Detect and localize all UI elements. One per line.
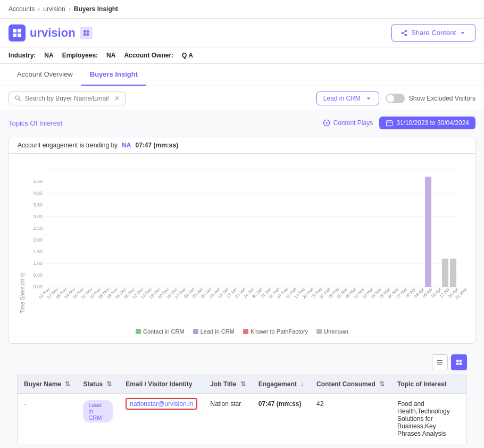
svg-text:0.50: 0.50 (33, 272, 43, 278)
search-input[interactable] (25, 95, 111, 102)
svg-marker-16 (326, 122, 328, 124)
svg-point-13 (15, 96, 19, 99)
trending-label: Account engagement is trending by (18, 142, 118, 149)
dropdown-label: Lead in CRM (323, 95, 361, 102)
date-range-button[interactable]: 31/10/2023 to 30/04/2024 (379, 117, 475, 129)
industry-label: Industry: (9, 52, 36, 59)
col-buyer-name: Buyer Name ⇅ (18, 375, 77, 394)
email-cell-wrapper: nationstar@urvision.in (119, 394, 204, 444)
tab-account-overview[interactable]: Account Overview (9, 64, 81, 86)
tab-buyers-insight[interactable]: Buyers Insight (81, 64, 146, 86)
excluded-visitors-toggle[interactable] (386, 94, 405, 103)
legend-lead-crm: Lead in CRM (193, 328, 235, 335)
toggle-knob (387, 95, 394, 102)
svg-line-11 (403, 31, 405, 33)
legend-label-unknown: Unknown (324, 328, 348, 335)
date-range-label: 31/10/2023 to 30/04/2024 (396, 119, 469, 127)
col-status: Status ⇅ (77, 375, 119, 394)
trending-na: NA (122, 142, 131, 149)
svg-rect-98 (460, 363, 462, 365)
grid-view-button[interactable] (451, 354, 467, 370)
calendar-icon (386, 119, 393, 127)
sort-status-icon[interactable]: ⇅ (106, 380, 112, 388)
svg-line-12 (403, 33, 405, 35)
trending-bar: Account engagement is trending by NA 07:… (9, 137, 475, 154)
tabs-bar: Account Overview Buyers Insight (0, 64, 484, 86)
chart-container: Time Spent (min) .grid-line { stroke: #e… (9, 154, 475, 344)
sort-buyer-name-icon[interactable]: ⇅ (65, 380, 70, 388)
grid-icon (12, 28, 22, 38)
toggle-label: Show Excluded Visitors (409, 95, 475, 102)
sort-job-title-icon[interactable]: ⇅ (240, 380, 246, 388)
logo-area: urvision (9, 24, 93, 42)
svg-rect-3 (18, 34, 21, 37)
legend-dot-lead (193, 329, 198, 334)
share-label: Share Content (411, 29, 456, 37)
legend-unknown: Unknown (316, 328, 348, 335)
breadcrumb-sep2: › (69, 5, 71, 13)
share-icon (400, 29, 408, 37)
chart-svg: .grid-line { stroke: #e0e0e0; stroke-wid… (26, 164, 466, 313)
lead-crm-dropdown[interactable]: Lead in CRM (316, 92, 379, 105)
search-box: ✕ (9, 92, 126, 105)
toolbar-right: Lead in CRM Show Excluded Visitors (316, 92, 475, 105)
svg-rect-4 (84, 30, 86, 32)
col-engagement: Engagement ↓ (252, 375, 310, 394)
svg-rect-7 (86, 33, 88, 35)
toolbar: ✕ Lead in CRM Show Excluded Visitors (0, 86, 484, 111)
svg-rect-95 (456, 360, 458, 362)
svg-point-10 (402, 32, 403, 34)
date-filter: Content Plays 31/10/2023 to 30/04/2024 (323, 117, 475, 129)
content-plays-button[interactable]: Content Plays (323, 119, 373, 127)
legend-label-contact: Contact in CRM (143, 328, 185, 335)
employees-label: Employees: (62, 52, 98, 59)
clear-search-icon[interactable]: ✕ (114, 95, 120, 102)
breadcrumb-urvision[interactable]: urvision (43, 5, 65, 13)
logo-icon (9, 24, 26, 42)
bar-47 (442, 259, 448, 287)
svg-rect-92 (437, 360, 443, 361)
engagement-unit: (mm:ss) (277, 400, 302, 408)
job-title-cell: Nation star (204, 394, 252, 444)
buyers-table: Buyer Name ⇅ Status ⇅ Email / Visitor Id… (17, 375, 467, 444)
col-job-title: Job Title ⇅ (204, 375, 252, 394)
bar-45 (425, 177, 431, 287)
engagement-time: 07:47 (258, 400, 275, 408)
section-header: Topics Of Interest Content Plays 31/10/2… (9, 111, 475, 135)
bar-48 (450, 259, 456, 287)
svg-text:3.00: 3.00 (33, 214, 43, 219)
table-row: - Lead in CRM nationstar@urvision.in Nat… (18, 394, 467, 444)
company-name: urvision (30, 26, 76, 40)
legend-label-lead: Lead in CRM (201, 328, 235, 335)
main-content: Topics Of Interest Content Plays 31/10/2… (0, 111, 484, 448)
chevron-down-icon (459, 29, 466, 37)
legend-dot-known (243, 329, 248, 334)
sort-content-icon[interactable]: ⇅ (379, 380, 385, 388)
svg-text:2.50: 2.50 (33, 226, 43, 231)
svg-rect-17 (387, 121, 393, 126)
share-button[interactable]: Share Content (391, 24, 475, 42)
breadcrumb-accounts[interactable]: Accounts (9, 5, 35, 13)
svg-rect-1 (18, 29, 21, 32)
legend-known-pathfactory: Known to PathFactory (243, 328, 308, 335)
svg-point-8 (405, 30, 407, 31)
breadcrumb-sep1: › (38, 5, 40, 13)
list-icon (436, 359, 444, 366)
status-cell: Lead in CRM (77, 394, 119, 444)
col-topic: Topic of Interest (391, 375, 466, 394)
topics-of-interest-link[interactable]: Topics Of Interest (9, 119, 62, 127)
svg-point-9 (405, 34, 407, 36)
svg-text:0.00: 0.00 (33, 284, 43, 289)
svg-rect-0 (13, 29, 16, 32)
sort-engagement-icon[interactable]: ↓ (301, 380, 304, 388)
svg-text:4.50: 4.50 (33, 179, 43, 184)
toggle-area: Show Excluded Visitors (386, 94, 475, 103)
topic-cell: Food and Health,Technology Solutions for… (391, 394, 466, 444)
search-icon (14, 95, 22, 102)
email-value[interactable]: nationstar@urvision.in (126, 398, 197, 410)
svg-text:2.00: 2.00 (33, 237, 43, 243)
svg-rect-6 (84, 33, 86, 35)
industry-value: NA (44, 52, 53, 59)
svg-rect-96 (460, 360, 462, 362)
list-view-button[interactable] (432, 354, 448, 370)
